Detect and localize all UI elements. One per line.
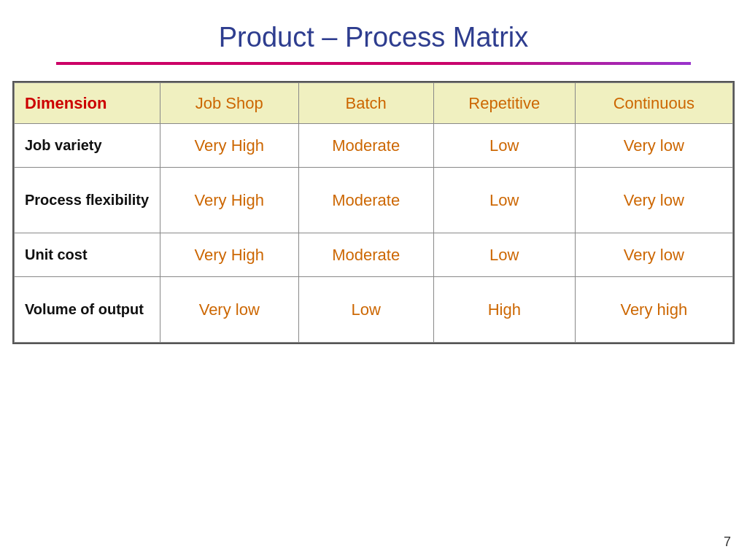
slide-container: Product – Process Matrix Dimension Job S…	[0, 0, 747, 560]
cell-volume-output-repetitive: High	[433, 277, 575, 343]
table-row: Unit cost Very High Moderate Low Very lo…	[15, 233, 733, 277]
cell-unit-cost-continuous: Very low	[575, 233, 732, 277]
header-repetitive: Repetitive	[433, 83, 575, 124]
cell-process-flexibility-continuous: Very low	[575, 168, 732, 233]
cell-unit-cost-repetitive: Low	[433, 233, 575, 277]
title-divider	[56, 62, 691, 65]
cell-process-flexibility-repetitive: Low	[433, 168, 575, 233]
table-row: Volume of output Very low Low High Very …	[15, 277, 733, 343]
header-job-shop: Job Shop	[160, 83, 299, 124]
product-process-matrix-table: Dimension Job Shop Batch Repetitive Cont…	[14, 82, 733, 343]
cell-unit-cost-batch: Moderate	[298, 233, 433, 277]
header-batch: Batch	[298, 83, 433, 124]
page-number: 7	[724, 534, 731, 550]
cell-volume-output-batch: Low	[298, 277, 433, 343]
cell-volume-output-job-shop: Very low	[160, 277, 299, 343]
cell-volume-output-continuous: Very high	[575, 277, 732, 343]
matrix-table-wrapper: Dimension Job Shop Batch Repetitive Cont…	[12, 81, 735, 344]
table-row: Job variety Very High Moderate Low Very …	[15, 124, 733, 168]
cell-job-variety-job-shop: Very High	[160, 124, 299, 168]
cell-job-variety-repetitive: Low	[433, 124, 575, 168]
cell-process-flexibility-batch: Moderate	[298, 168, 433, 233]
table-header-row: Dimension Job Shop Batch Repetitive Cont…	[15, 83, 733, 124]
slide-title: Product – Process Matrix	[29, 22, 718, 53]
header-continuous: Continuous	[575, 83, 732, 124]
row-label-job-variety: Job variety	[15, 124, 160, 168]
cell-job-variety-continuous: Very low	[575, 124, 732, 168]
cell-unit-cost-job-shop: Very High	[160, 233, 299, 277]
row-label-process-flexibility: Process flexibility	[15, 168, 160, 233]
header-dimension: Dimension	[15, 83, 160, 124]
table-row: Process flexibility Very High Moderate L…	[15, 168, 733, 233]
row-label-unit-cost: Unit cost	[15, 233, 160, 277]
cell-process-flexibility-job-shop: Very High	[160, 168, 299, 233]
row-label-volume-output: Volume of output	[15, 277, 160, 343]
cell-job-variety-batch: Moderate	[298, 124, 433, 168]
